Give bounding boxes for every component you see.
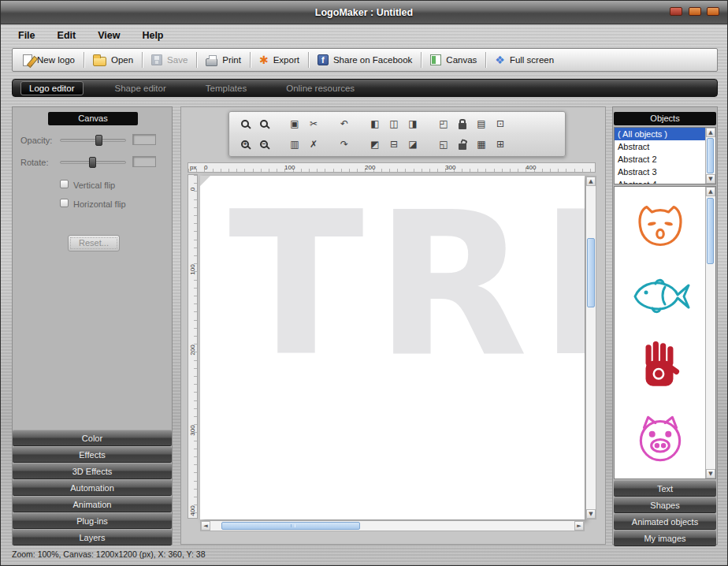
canvas-vertical-scrollbar[interactable]: ▲ ▼	[585, 176, 596, 519]
scroll-left-arrow[interactable]: ◄	[201, 521, 210, 531]
undo-button[interactable]: ↶	[335, 115, 354, 132]
page-icon: ▤	[477, 119, 485, 128]
objects-panel-header: Objects	[614, 112, 716, 125]
vertical-flip-checkbox[interactable]	[60, 180, 69, 188]
section-effects[interactable]: Effects	[13, 446, 172, 463]
category-abstract-3[interactable]: Abstract 3	[615, 166, 715, 178]
section-color[interactable]: Color	[13, 430, 172, 446]
export-button[interactable]: ✱ Export	[252, 50, 306, 70]
tab-online-resources[interactable]: Online resources	[278, 82, 362, 95]
menu-edit[interactable]: Edit	[46, 26, 87, 45]
canvas-button[interactable]: Canvas	[423, 50, 484, 70]
rotate-slider[interactable]	[60, 161, 126, 164]
object-item-hand[interactable]	[626, 338, 694, 397]
new-logo-button[interactable]: New logo	[16, 50, 82, 70]
vertical-scroll-thumb[interactable]	[587, 238, 595, 307]
redo-button[interactable]: ↷	[335, 136, 354, 153]
scroll-up-arrow[interactable]: ▲	[586, 177, 596, 186]
lock-button[interactable]	[453, 115, 472, 132]
object-item-fish[interactable]	[626, 267, 694, 326]
minimize-button[interactable]	[670, 7, 682, 16]
section-automation[interactable]: Automation	[13, 479, 172, 496]
category-abstract-4[interactable]: Abstract 4	[615, 178, 715, 184]
save-button[interactable]: Save	[144, 50, 195, 70]
category-list-scrollbar[interactable]: ▲ ▼	[705, 128, 715, 184]
section-3d-effects[interactable]: 3D Effects	[13, 463, 172, 479]
align-bottom-button[interactable]: ◪	[403, 136, 422, 153]
opacity-value-box[interactable]	[132, 134, 156, 145]
statusbar: Zoom: 100%, Canvas: 1200x1200 (px), X: 3…	[1, 545, 727, 566]
scroll-down-arrow[interactable]: ▼	[586, 509, 596, 519]
canvas-horizontal-scrollbar[interactable]: ◄ ►	[200, 520, 585, 531]
unlock-button[interactable]	[453, 136, 472, 153]
open-button[interactable]: Open	[86, 50, 140, 70]
align-left-icon: ◧	[370, 119, 379, 128]
opacity-slider[interactable]	[60, 139, 126, 142]
object-item-pig[interactable]	[626, 409, 694, 467]
align-center-button[interactable]: ◫	[384, 115, 403, 132]
section-animation[interactable]: Animation	[13, 496, 172, 512]
zoom-actual-button[interactable]	[236, 115, 254, 132]
horizontal-flip-checkbox[interactable]	[60, 199, 69, 207]
share-facebook-button[interactable]: f Share on Facebook	[310, 50, 419, 70]
paste-button[interactable]: ▥	[285, 136, 304, 153]
clipart-scrollbar[interactable]: ▲ ▼	[705, 187, 715, 478]
h-tick-0: 0	[204, 164, 207, 171]
scroll-right-arrow[interactable]: ►	[574, 521, 584, 531]
menu-help[interactable]: Help	[131, 26, 174, 45]
align-middle-button[interactable]: ⊟	[384, 136, 403, 153]
tab-shape-editor[interactable]: Shape editor	[107, 82, 174, 95]
align-right-button[interactable]: ◨	[403, 115, 422, 132]
reset-button[interactable]: Reset...	[68, 235, 120, 251]
copy-button[interactable]: ▣	[285, 115, 304, 132]
section-layers[interactable]: Layers	[13, 529, 172, 546]
tab-text-objects[interactable]: Text	[614, 480, 716, 497]
undo-icon: ↶	[340, 119, 348, 128]
category-scroll-down-arrow[interactable]: ▼	[706, 174, 715, 184]
zoom-tool-button[interactable]	[254, 115, 273, 132]
section-plug-ins[interactable]: Plug-ins	[13, 512, 172, 529]
align-top-button[interactable]: ◩	[366, 136, 384, 153]
category-scroll-up-arrow[interactable]: ▲	[706, 128, 715, 137]
export-icon: ✱	[259, 54, 269, 65]
horizontal-scroll-thumb[interactable]	[221, 522, 360, 530]
tab-my-images[interactable]: My images	[614, 530, 716, 546]
zoom-out-button[interactable]	[254, 136, 273, 153]
menu-view[interactable]: View	[87, 26, 131, 45]
clipart-scroll-up-arrow[interactable]: ▲	[706, 187, 715, 196]
send-to-back-button[interactable]: ◱	[434, 136, 453, 153]
category-scroll-thumb[interactable]	[707, 138, 714, 173]
zoom-in-button[interactable]	[236, 136, 254, 153]
clipart-scroll-down-arrow[interactable]: ▼	[706, 469, 715, 478]
cut-button[interactable]: ✂	[304, 115, 323, 132]
facebook-icon: f	[318, 54, 329, 65]
delete-button[interactable]: ✗	[304, 136, 323, 153]
tab-templates[interactable]: Templates	[198, 82, 254, 95]
tab-shapes[interactable]: Shapes	[614, 497, 716, 513]
v-tick-300: 300	[189, 422, 197, 439]
tab-animated-objects[interactable]: Animated objects	[614, 513, 716, 530]
transform-button[interactable]: ⊡	[491, 115, 510, 132]
print-button[interactable]: Print	[199, 50, 248, 70]
toolbar-separator	[485, 52, 486, 68]
category-all-objects[interactable]: ( All objects )	[615, 128, 715, 140]
rotate-slider-thumb[interactable]	[89, 157, 96, 168]
grid-button[interactable]: ▦	[472, 136, 491, 153]
category-abstract-2[interactable]: Abstract 2	[615, 153, 715, 166]
maximize-button[interactable]	[689, 7, 701, 16]
full-screen-button[interactable]: ❖ Full screen	[488, 50, 561, 70]
tab-logo-editor[interactable]: Logo editor	[20, 81, 84, 95]
ruler-unit-label: px	[190, 164, 196, 171]
bring-to-front-button[interactable]: ◰	[434, 115, 453, 132]
page-button[interactable]: ▤	[472, 115, 491, 132]
opacity-slider-thumb[interactable]	[95, 135, 102, 146]
category-abstract[interactable]: Abstract	[615, 140, 715, 153]
transform-free-button[interactable]: ⊞	[491, 136, 510, 153]
align-left-button[interactable]: ◧	[366, 115, 384, 132]
clipart-scroll-thumb[interactable]	[707, 198, 714, 264]
design-canvas[interactable]: TRI	[200, 176, 585, 519]
rotate-value-box[interactable]	[132, 156, 156, 167]
menu-file[interactable]: File	[7, 26, 46, 45]
close-button[interactable]	[707, 7, 719, 16]
object-item-cat[interactable]	[626, 196, 694, 255]
